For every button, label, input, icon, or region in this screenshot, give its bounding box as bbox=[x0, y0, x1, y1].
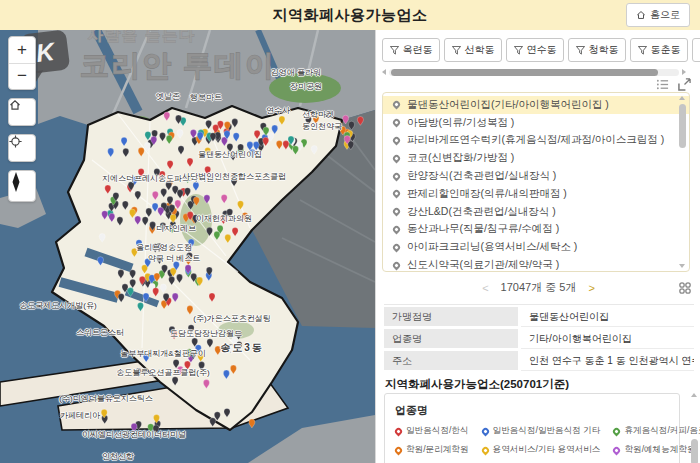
detail-value: 기타/아이행복어린이집 bbox=[521, 329, 694, 349]
list-item-label: 아담방(의류/기성복점 ) bbox=[407, 116, 514, 130]
map-label: 이재헌치과의원 bbox=[196, 213, 252, 224]
zoom-in-button[interactable]: + bbox=[9, 37, 35, 64]
list-item-label: 신도시약국(의료기관/제약/약국 ) bbox=[407, 258, 559, 272]
filter-icon bbox=[452, 46, 461, 55]
list-item-label: 아이파크크리닝(용역서비스/세탁소 ) bbox=[407, 240, 577, 254]
scroll-down-arrow[interactable] bbox=[679, 264, 685, 268]
pin-icon bbox=[392, 171, 402, 181]
legend-section-title: 지역화폐사용가능업소(250701기준) bbox=[385, 377, 569, 392]
detail-value: 인천 연수구 동춘 1 동 인천광역시 연수구 청능대로 38 bbox=[521, 351, 694, 371]
zoom-controls: + − bbox=[8, 36, 36, 90]
hscroll-thumb[interactable] bbox=[391, 69, 658, 76]
list-item[interactable]: 강산L&D(건축관련업/실내장식 ) bbox=[383, 203, 689, 221]
list-item[interactable]: 한양장식(건축관련업/실내장식 ) bbox=[383, 167, 689, 185]
filter-icon bbox=[576, 46, 585, 55]
watermark-slogan: 사람을 듣는다 bbox=[88, 30, 196, 45]
grid-view-icon[interactable] bbox=[678, 281, 692, 295]
zoom-out-button[interactable]: − bbox=[9, 64, 35, 90]
map-label: 이씨엘디선광컨테이너터미널 bbox=[82, 429, 186, 440]
map-home-button[interactable] bbox=[8, 98, 36, 126]
home-icon bbox=[9, 99, 21, 111]
scroll-left-arrow[interactable] bbox=[382, 69, 386, 75]
legend-vertical-scrollbar[interactable] bbox=[690, 393, 699, 461]
tab-label: 청학동 bbox=[589, 43, 619, 57]
map-label: 행복마트 bbox=[190, 92, 222, 103]
crosshair-icon bbox=[9, 135, 22, 148]
list-item-label: 한양장식(건축관련업/실내장식 ) bbox=[407, 169, 556, 183]
pin-icon bbox=[612, 445, 622, 455]
pin-icon bbox=[392, 118, 402, 128]
list-item[interactable]: 파리바게뜨연수럭키(휴게음식점/제과점/아이스크림점 ) bbox=[383, 132, 689, 150]
map-label: 사단법인인천종합스포츠클럽 bbox=[182, 171, 286, 182]
filter-icon bbox=[638, 46, 647, 55]
tab-yeonsu[interactable]: 연수동 bbox=[506, 38, 564, 62]
tab-songdo[interactable]: 송도동 bbox=[692, 38, 700, 62]
list-item[interactable]: 아담방(의류/기성복점 ) bbox=[383, 114, 689, 132]
expand-icon[interactable] bbox=[678, 78, 691, 91]
map-label: (주)가온스포츠컨설팅 bbox=[193, 313, 270, 324]
legend-item: 용역서비스/기타 용역서비스 bbox=[482, 444, 601, 456]
map-label: 올리브영송도점 bbox=[136, 242, 192, 253]
scroll-up-arrow[interactable] bbox=[691, 393, 697, 397]
legend-item: 학원/문리계학원 bbox=[395, 444, 469, 456]
locate-button[interactable] bbox=[8, 134, 36, 162]
tab-dongchun[interactable]: 동춘동 bbox=[630, 38, 688, 62]
district-tabs: 옥련동 선학동 연수동 청학동 동춘동 송도동 bbox=[382, 38, 700, 62]
filter-icon bbox=[390, 46, 399, 55]
detail-label: 가맹점명 bbox=[384, 307, 518, 326]
map-canvas[interactable]: 김영애 플라워장미공원옛날존행복마트연수사선학마켓동인천약국물댄동산어린이집지에… bbox=[0, 30, 375, 463]
tabs-horizontal-scrollbar[interactable] bbox=[382, 68, 686, 76]
legend-item: 일반음식점/한식 bbox=[395, 425, 469, 437]
map-label: 카페테리아 bbox=[60, 410, 100, 421]
tab-label: 옥련동 bbox=[403, 43, 433, 57]
vscroll-thumb[interactable] bbox=[679, 104, 686, 148]
list-vertical-scrollbar[interactable] bbox=[678, 96, 687, 268]
scroll-up-arrow[interactable] bbox=[679, 96, 685, 100]
list-item[interactable]: 신도시약국(의료기관/제약/약국 ) bbox=[383, 256, 689, 272]
tab-seonhak[interactable]: 선학동 bbox=[444, 38, 502, 62]
home-button[interactable]: 홈으로 bbox=[626, 3, 690, 27]
list-item[interactable]: 동산과나무(직물/침구류/수예점 ) bbox=[383, 221, 689, 239]
list-view-icon[interactable] bbox=[656, 78, 669, 91]
tab-cheonghak[interactable]: 청학동 bbox=[568, 38, 626, 62]
map-label: 연수사 bbox=[266, 105, 290, 116]
scroll-right-arrow[interactable] bbox=[682, 69, 686, 75]
next-page-arrow[interactable]: > bbox=[588, 282, 594, 294]
pin-icon bbox=[480, 426, 490, 436]
pin-icon bbox=[392, 242, 402, 252]
map-label: 송도블루오션골프클럽(주) bbox=[116, 367, 209, 378]
prev-page-arrow[interactable]: < bbox=[482, 282, 488, 294]
legend-title: 업종명 bbox=[395, 403, 669, 418]
list-item[interactable]: 코코(신변잡화/가방점 ) bbox=[383, 149, 689, 167]
legend-item: 일반음식점/일반음식점 기타 bbox=[482, 425, 601, 437]
list-item[interactable]: 아이파크크리닝(용역서비스/세탁소 ) bbox=[383, 238, 689, 256]
table-row: 주소 인천 연수구 동춘 1 동 인천광역시 연수구 청능대로 38 bbox=[384, 351, 694, 371]
compass-button[interactable] bbox=[8, 170, 36, 202]
pin-icon bbox=[392, 225, 402, 235]
pagination: < 17047개 중 5개 > bbox=[376, 276, 700, 300]
list-item-label: 동산과나무(직물/침구류/수예점 ) bbox=[407, 222, 559, 236]
detail-label: 주소 bbox=[384, 351, 518, 370]
pin-icon bbox=[394, 445, 404, 455]
map-label: 장미공원 bbox=[290, 81, 322, 92]
store-details-table: 가맹점명 물댄동산어린이집 업종명 기타/아이행복어린이집 주소 인천 연수구 … bbox=[384, 304, 694, 371]
list-item[interactable]: 물댄동산어린이집(기타/아이행복어린이집 ) bbox=[383, 96, 689, 114]
brand-logo-letter: K bbox=[34, 37, 55, 68]
detail-value: 물댄동산어린이집 bbox=[521, 307, 694, 327]
watermark-brand: 코리안 투데이 bbox=[80, 46, 276, 86]
map-label: 물댄동산어린이집 bbox=[198, 149, 262, 160]
list-item[interactable]: 판제리할인매장(의류/내의판매점 ) bbox=[383, 185, 689, 203]
vscroll-thumb[interactable] bbox=[691, 439, 698, 463]
list-item-label: 물댄동산어린이집(기타/아이행복어린이집 ) bbox=[407, 98, 609, 112]
map-label: 송도3동 bbox=[220, 341, 264, 355]
pin-icon bbox=[392, 153, 402, 163]
compass-needle-icon bbox=[9, 171, 23, 193]
map-label: (주)디엠더블유로지스틱스 bbox=[59, 393, 152, 404]
filter-icon bbox=[514, 46, 523, 55]
map-label: 약국 더 베스트 bbox=[148, 253, 200, 264]
pin-icon bbox=[480, 445, 490, 455]
pin-icon bbox=[392, 100, 402, 110]
map-label: 김영애 플라워 bbox=[271, 67, 321, 78]
tab-label: 연수동 bbox=[527, 43, 557, 57]
tab-okryeon[interactable]: 옥련동 bbox=[382, 38, 440, 62]
